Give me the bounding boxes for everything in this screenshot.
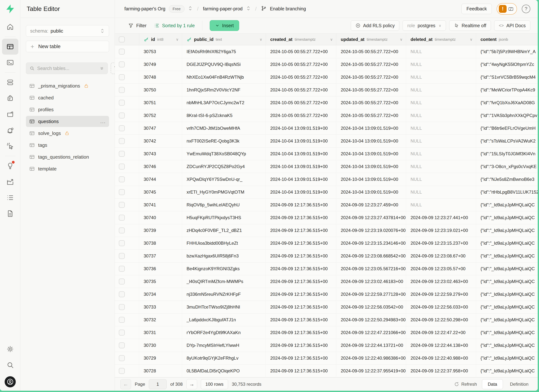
column-header-deleted_at[interactable]: deleted_attimestamptz∨ xyxy=(406,33,476,45)
cell-created_at[interactable]: 2024-09-09 12:17:36.515+00 xyxy=(266,339,336,352)
row-checkbox[interactable] xyxy=(119,125,125,131)
chevron-down-icon[interactable]: ∨ xyxy=(330,37,333,42)
table-row[interactable]: 30731rYbORF2e4YgDt9fKAXaKn2024-09-09 12:… xyxy=(115,326,538,339)
cell-public_id[interactable]: RiqOV6p_5wihLeIAEQyhU xyxy=(182,199,266,211)
project-name[interactable]: farming-paper-prod xyxy=(203,6,243,11)
rail-table-editor-icon[interactable] xyxy=(2,39,18,55)
row-checkbox-cell[interactable] xyxy=(115,224,139,237)
table-row[interactable]: 30739zHDq4c0F0VBF_TL2_dBZ12024-09-09 12:… xyxy=(115,224,538,237)
cell-deleted_at[interactable]: NULL xyxy=(406,71,476,83)
assistant-warning-pill[interactable]: ! xyxy=(497,3,517,15)
table-row[interactable]: 30751nbMhHL3AP7OcCJymc2wT22024-10-05 00:… xyxy=(115,96,538,109)
cell-updated_at[interactable]: 2024-10-05 00:55:27.722+00 xyxy=(336,45,406,58)
row-checkbox-cell[interactable] xyxy=(115,352,139,364)
row-checkbox-cell[interactable] xyxy=(115,84,139,96)
cell-deleted_at[interactable]: NULL xyxy=(406,109,476,122)
rail-auth-icon[interactable] xyxy=(2,90,18,106)
row-checkbox-cell[interactable] xyxy=(115,109,139,122)
rail-api-docs-icon[interactable] xyxy=(2,206,18,222)
table-row[interactable]: 30730DYp-7mcyMSIrHefLYIwwH2024-09-09 12:… xyxy=(115,339,538,352)
cell-created_at[interactable]: 2024-10-05 00:55:27.722+00 xyxy=(266,96,336,109)
help-button[interactable]: ? xyxy=(522,5,530,13)
cell-updated_at[interactable]: 2024-10-05 00:55:27.722+00 xyxy=(336,71,406,83)
table-row[interactable]: 30738FHHUioa3bidd00BHyLeZt2024-09-09 12:… xyxy=(115,237,538,250)
cell-created_at[interactable]: 2024-10-04 13:09:01.519+00 xyxy=(266,160,336,173)
cell-updated_at[interactable]: 2024-09-09 12:23:27.459+00 xyxy=(336,199,406,211)
realtime-toggle-button[interactable]: Realtime off xyxy=(449,20,491,31)
rail-storage-icon[interactable] xyxy=(2,106,18,122)
cell-content[interactable]: {"id":"_Id9aLyJpMHQLaiQC xyxy=(476,211,538,224)
cell-id[interactable]: 30737 xyxy=(139,250,182,262)
rail-search-icon[interactable] xyxy=(2,357,18,373)
table-row[interactable]: 30743YwEmuWdqT38XoSB048QYp2024-10-04 13:… xyxy=(115,148,538,160)
cell-updated_at[interactable]: 2024-09-09 12:22:44.13721+00 xyxy=(336,339,406,352)
role-select[interactable]: role postgres ∨ xyxy=(403,20,446,31)
cell-deleted_at[interactable]: 2024-09-09 12:23:19.021+00 xyxy=(406,224,476,237)
row-checkbox[interactable] xyxy=(119,189,125,195)
table-row[interactable]: 307333muDHTceTWso9IZj8hHNI2024-09-09 12:… xyxy=(115,301,538,314)
row-checkbox-cell[interactable] xyxy=(115,211,139,224)
cell-public_id[interactable]: DGEJfJZPQUV9Q-IBqsNSi xyxy=(182,58,266,71)
cell-content[interactable]: {"id":"_Id9aLyJpMHQLaiQC xyxy=(476,352,538,364)
table-row[interactable]: 30735_l40sQIRTmMZfcm-MWMPs2024-09-09 12:… xyxy=(115,275,538,288)
cell-public_id[interactable]: nj336mN5reuRVNZrKHFpF xyxy=(182,288,266,301)
cell-deleted_at[interactable]: 2024-09-09 12:23:08.67+00 xyxy=(406,250,476,262)
cell-created_at[interactable]: 2024-09-09 12:17:36.515+00 xyxy=(266,263,336,275)
cell-created_at[interactable]: 2024-09-09 12:17:36.515+00 xyxy=(266,275,336,288)
cell-public_id[interactable]: bzwXazHgax6UIR58j6Fn3 xyxy=(182,250,266,262)
row-checkbox-cell[interactable] xyxy=(115,58,139,71)
sidebar-item-tags_questions_relation[interactable]: tags_questions_relation xyxy=(26,151,109,163)
row-checkbox[interactable] xyxy=(119,164,125,170)
table-row[interactable]: 30741RiqOV6p_5wihLeIAEQyhU2024-09-09 12:… xyxy=(115,199,538,211)
cell-public_id[interactable]: Be4KignzoK9YRGNI3Zgks xyxy=(182,263,266,275)
search-tables-input[interactable] xyxy=(37,66,97,71)
chevron-down-icon[interactable]: ∨ xyxy=(176,37,179,42)
cell-content[interactable]: {"id":"_Id9aLyJpMHQLaiQC xyxy=(476,339,538,352)
cell-public_id[interactable]: FHHUioa3bidd00BHyLeZt xyxy=(182,237,266,249)
cell-id[interactable]: 30731 xyxy=(139,326,182,339)
row-checkbox-cell[interactable] xyxy=(115,263,139,275)
cell-deleted_at[interactable]: 2024-09-09 12:22:56.033+00 xyxy=(406,301,476,313)
cell-id[interactable]: 30746 xyxy=(139,160,182,173)
cell-deleted_at[interactable]: NULL xyxy=(406,84,476,96)
cell-public_id[interactable]: nbMhHL3AP7OcCJymc2wT2 xyxy=(182,96,266,109)
row-checkbox[interactable] xyxy=(119,291,125,297)
chevron-down-icon[interactable]: ∨ xyxy=(400,37,403,42)
select-all-checkbox-cell[interactable] xyxy=(115,33,139,45)
cell-public_id[interactable]: IEfA0sRh9hIXf62Y6ga75 xyxy=(182,45,266,58)
table-row[interactable]: 30744XPQwDIqY6Y75SwDnU-qr_2024-10-04 13:… xyxy=(115,173,538,186)
cell-updated_at[interactable]: 2024-10-04 13:09:01.519+00 xyxy=(336,148,406,160)
cell-deleted_at[interactable]: NULL xyxy=(406,186,476,198)
api-docs-button[interactable]: <> API Docs xyxy=(494,20,530,31)
cell-updated_at[interactable]: 2024-10-05 00:55:27.722+00 xyxy=(336,96,406,109)
cell-updated_at[interactable]: 2024-10-04 13:09:01.519+00 xyxy=(336,173,406,186)
cell-deleted_at[interactable]: NULL xyxy=(406,199,476,211)
cell-deleted_at[interactable]: 2024-09-09 12:22:59.279+00 xyxy=(406,288,476,301)
cell-created_at[interactable]: 2024-10-05 00:55:27.722+00 xyxy=(266,71,336,83)
cell-updated_at[interactable]: 2024-10-04 13:09:01.519+00 xyxy=(336,160,406,173)
row-checkbox[interactable] xyxy=(119,74,125,80)
column-header-content[interactable]: contentjsonb xyxy=(476,33,538,45)
cell-id[interactable]: 30740 xyxy=(139,211,182,224)
cell-created_at[interactable]: 2024-10-04 13:09:01.519+00 xyxy=(266,148,336,160)
sidebar-item-solve_logs[interactable]: solve_logs xyxy=(26,128,109,139)
cell-content[interactable]: {"id":"_Id9aLyJpMHQLaiQC xyxy=(476,288,538,301)
cell-deleted_at[interactable]: 2024-09-09 12:22:50.298+00 xyxy=(406,314,476,326)
cell-created_at[interactable]: 2024-10-04 13:09:01.519+00 xyxy=(266,173,336,186)
column-header-created_at[interactable]: created_attimestamptz∨ xyxy=(266,33,336,45)
row-checkbox[interactable] xyxy=(119,151,125,157)
filter-button[interactable]: Filter xyxy=(128,23,147,28)
cell-deleted_at[interactable]: NULL xyxy=(406,122,476,134)
cell-content[interactable]: {"id":"_Id9aLyJpMHQLaiQC xyxy=(476,365,538,377)
row-checkbox-cell[interactable] xyxy=(115,237,139,249)
cell-updated_at[interactable]: 2024-09-09 12:22:59.277128+00 xyxy=(336,288,406,301)
chevron-down-icon[interactable]: ∨ xyxy=(470,37,472,42)
row-checkbox-cell[interactable] xyxy=(115,326,139,339)
feedback-button[interactable]: Feedback xyxy=(462,4,492,14)
cell-public_id[interactable]: 8yUKotr9qGYjK2eFRhgLv xyxy=(182,352,266,364)
cell-deleted_at[interactable]: 2024-09-09 12:22:37.958+00 xyxy=(406,365,476,377)
cell-id[interactable]: 30751 xyxy=(139,96,182,109)
row-checkbox[interactable] xyxy=(119,113,125,119)
insert-button[interactable]: Insert xyxy=(210,20,239,31)
cell-public_id[interactable]: ZDCunRYJP2CQ5Z8Po2Gy4 xyxy=(182,160,266,173)
